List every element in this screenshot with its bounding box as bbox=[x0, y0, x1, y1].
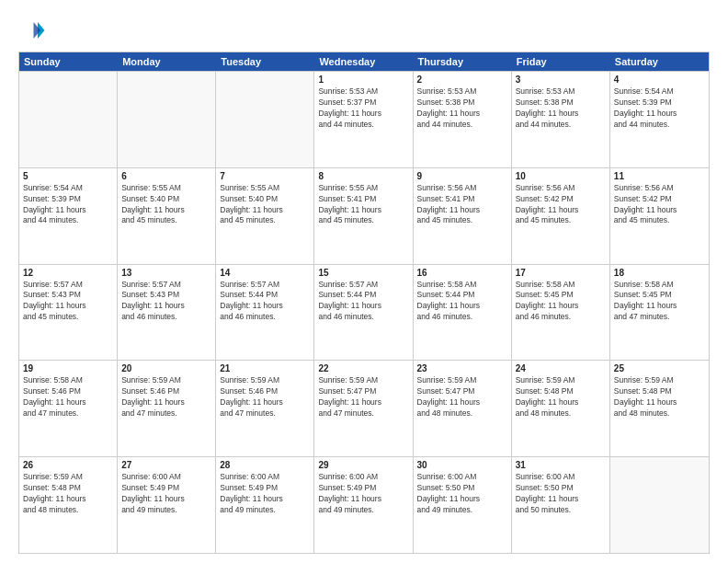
day-detail: Sunrise: 5:56 AM Sunset: 5:41 PM Dayligh… bbox=[417, 183, 507, 227]
week-row-5: 26Sunrise: 5:59 AM Sunset: 5:48 PM Dayli… bbox=[19, 456, 709, 553]
day-cell-10: 10Sunrise: 5:56 AM Sunset: 5:42 PM Dayli… bbox=[512, 168, 610, 264]
day-cell-28: 28Sunrise: 6:00 AM Sunset: 5:49 PM Dayli… bbox=[216, 457, 314, 553]
logo bbox=[18, 17, 50, 44]
day-detail: Sunrise: 6:00 AM Sunset: 5:49 PM Dayligh… bbox=[121, 472, 211, 516]
day-cell-15: 15Sunrise: 5:57 AM Sunset: 5:44 PM Dayli… bbox=[314, 265, 413, 361]
day-detail: Sunrise: 5:57 AM Sunset: 5:44 PM Dayligh… bbox=[318, 280, 408, 324]
day-number: 26 bbox=[23, 460, 113, 470]
day-number: 23 bbox=[417, 363, 507, 373]
day-number: 21 bbox=[220, 363, 310, 373]
day-cell-19: 19Sunrise: 5:58 AM Sunset: 5:46 PM Dayli… bbox=[19, 361, 118, 456]
week-row-4: 19Sunrise: 5:58 AM Sunset: 5:46 PM Dayli… bbox=[19, 360, 709, 456]
week-row-3: 12Sunrise: 5:57 AM Sunset: 5:43 PM Dayli… bbox=[19, 264, 709, 361]
day-cell-5: 5Sunrise: 5:54 AM Sunset: 5:39 PM Daylig… bbox=[19, 168, 118, 264]
day-detail: Sunrise: 5:57 AM Sunset: 5:44 PM Dayligh… bbox=[220, 280, 310, 324]
header bbox=[18, 17, 710, 44]
day-detail: Sunrise: 5:57 AM Sunset: 5:43 PM Dayligh… bbox=[121, 280, 211, 324]
day-cell-31: 31Sunrise: 6:00 AM Sunset: 5:50 PM Dayli… bbox=[512, 457, 610, 553]
day-cell-3: 3Sunrise: 5:53 AM Sunset: 5:38 PM Daylig… bbox=[512, 72, 610, 167]
day-number: 17 bbox=[516, 268, 606, 278]
day-detail: Sunrise: 5:59 AM Sunset: 5:48 PM Dayligh… bbox=[614, 375, 705, 419]
day-detail: Sunrise: 5:59 AM Sunset: 5:48 PM Dayligh… bbox=[23, 472, 113, 516]
day-detail: Sunrise: 5:59 AM Sunset: 5:46 PM Dayligh… bbox=[220, 375, 310, 419]
day-number: 25 bbox=[614, 363, 705, 373]
header-day-sunday: Sunday bbox=[19, 52, 118, 71]
empty-cell bbox=[216, 72, 314, 167]
day-detail: Sunrise: 5:53 AM Sunset: 5:38 PM Dayligh… bbox=[516, 86, 606, 131]
day-detail: Sunrise: 5:59 AM Sunset: 5:46 PM Dayligh… bbox=[121, 375, 211, 419]
day-cell-6: 6Sunrise: 5:55 AM Sunset: 5:40 PM Daylig… bbox=[118, 168, 216, 264]
week-row-2: 5Sunrise: 5:54 AM Sunset: 5:39 PM Daylig… bbox=[19, 167, 709, 264]
calendar-header: SundayMondayTuesdayWednesdayThursdayFrid… bbox=[19, 52, 709, 71]
day-number: 2 bbox=[417, 75, 507, 85]
empty-cell bbox=[118, 72, 216, 167]
header-day-friday: Friday bbox=[512, 52, 610, 71]
header-day-thursday: Thursday bbox=[414, 52, 512, 71]
day-detail: Sunrise: 5:58 AM Sunset: 5:45 PM Dayligh… bbox=[614, 280, 705, 324]
day-cell-14: 14Sunrise: 5:57 AM Sunset: 5:44 PM Dayli… bbox=[216, 265, 314, 361]
day-detail: Sunrise: 5:58 AM Sunset: 5:46 PM Dayligh… bbox=[23, 375, 113, 419]
day-cell-20: 20Sunrise: 5:59 AM Sunset: 5:46 PM Dayli… bbox=[118, 361, 216, 456]
calendar-body: 1Sunrise: 5:53 AM Sunset: 5:37 PM Daylig… bbox=[19, 71, 709, 553]
day-number: 28 bbox=[220, 460, 310, 470]
day-number: 9 bbox=[417, 171, 507, 181]
day-cell-18: 18Sunrise: 5:58 AM Sunset: 5:45 PM Dayli… bbox=[610, 265, 709, 361]
day-cell-21: 21Sunrise: 5:59 AM Sunset: 5:46 PM Dayli… bbox=[216, 361, 314, 456]
day-number: 12 bbox=[23, 268, 113, 278]
day-cell-8: 8Sunrise: 5:55 AM Sunset: 5:41 PM Daylig… bbox=[314, 168, 413, 264]
page: SundayMondayTuesdayWednesdayThursdayFrid… bbox=[0, 0, 728, 563]
day-cell-16: 16Sunrise: 5:58 AM Sunset: 5:44 PM Dayli… bbox=[414, 265, 512, 361]
day-cell-26: 26Sunrise: 5:59 AM Sunset: 5:48 PM Dayli… bbox=[19, 457, 118, 553]
day-number: 10 bbox=[516, 171, 606, 181]
week-row-1: 1Sunrise: 5:53 AM Sunset: 5:37 PM Daylig… bbox=[19, 71, 709, 167]
day-cell-11: 11Sunrise: 5:56 AM Sunset: 5:42 PM Dayli… bbox=[610, 168, 709, 264]
header-day-tuesday: Tuesday bbox=[216, 52, 314, 71]
header-day-saturday: Saturday bbox=[610, 52, 709, 71]
day-detail: Sunrise: 5:53 AM Sunset: 5:38 PM Dayligh… bbox=[417, 86, 507, 131]
day-number: 14 bbox=[220, 268, 310, 278]
day-number: 24 bbox=[516, 363, 606, 373]
day-cell-7: 7Sunrise: 5:55 AM Sunset: 5:40 PM Daylig… bbox=[216, 168, 314, 264]
day-number: 16 bbox=[417, 268, 507, 278]
day-detail: Sunrise: 5:55 AM Sunset: 5:40 PM Dayligh… bbox=[121, 183, 211, 227]
day-cell-13: 13Sunrise: 5:57 AM Sunset: 5:43 PM Dayli… bbox=[118, 265, 216, 361]
day-number: 18 bbox=[614, 268, 705, 278]
day-number: 22 bbox=[318, 363, 408, 373]
day-detail: Sunrise: 5:58 AM Sunset: 5:45 PM Dayligh… bbox=[516, 280, 606, 324]
header-day-monday: Monday bbox=[118, 52, 216, 71]
day-number: 31 bbox=[516, 460, 606, 470]
day-cell-2: 2Sunrise: 5:53 AM Sunset: 5:38 PM Daylig… bbox=[414, 72, 512, 167]
day-cell-9: 9Sunrise: 5:56 AM Sunset: 5:41 PM Daylig… bbox=[414, 168, 512, 264]
day-number: 20 bbox=[121, 363, 211, 373]
day-detail: Sunrise: 5:59 AM Sunset: 5:47 PM Dayligh… bbox=[417, 375, 507, 419]
day-detail: Sunrise: 6:00 AM Sunset: 5:49 PM Dayligh… bbox=[318, 472, 408, 516]
day-detail: Sunrise: 5:54 AM Sunset: 5:39 PM Dayligh… bbox=[614, 86, 705, 131]
day-detail: Sunrise: 5:59 AM Sunset: 5:47 PM Dayligh… bbox=[318, 375, 408, 419]
day-detail: Sunrise: 5:55 AM Sunset: 5:41 PM Dayligh… bbox=[318, 183, 408, 227]
day-detail: Sunrise: 6:00 AM Sunset: 5:50 PM Dayligh… bbox=[417, 472, 507, 516]
day-detail: Sunrise: 5:55 AM Sunset: 5:40 PM Dayligh… bbox=[220, 183, 310, 227]
day-cell-23: 23Sunrise: 5:59 AM Sunset: 5:47 PM Dayli… bbox=[414, 361, 512, 456]
day-cell-30: 30Sunrise: 6:00 AM Sunset: 5:50 PM Dayli… bbox=[414, 457, 512, 553]
header-day-wednesday: Wednesday bbox=[314, 52, 413, 71]
day-number: 27 bbox=[121, 460, 211, 470]
day-cell-22: 22Sunrise: 5:59 AM Sunset: 5:47 PM Dayli… bbox=[314, 361, 413, 456]
day-detail: Sunrise: 5:58 AM Sunset: 5:44 PM Dayligh… bbox=[417, 280, 507, 324]
day-cell-27: 27Sunrise: 6:00 AM Sunset: 5:49 PM Dayli… bbox=[118, 457, 216, 553]
day-detail: Sunrise: 6:00 AM Sunset: 5:50 PM Dayligh… bbox=[516, 472, 606, 516]
day-number: 3 bbox=[516, 75, 606, 85]
day-number: 29 bbox=[318, 460, 408, 470]
calendar: SundayMondayTuesdayWednesdayThursdayFrid… bbox=[18, 52, 710, 554]
empty-cell bbox=[610, 457, 709, 553]
day-number: 4 bbox=[614, 75, 705, 85]
day-number: 19 bbox=[23, 363, 113, 373]
day-number: 5 bbox=[23, 171, 113, 181]
logo-icon bbox=[18, 17, 46, 44]
empty-cell bbox=[19, 72, 118, 167]
day-detail: Sunrise: 5:54 AM Sunset: 5:39 PM Dayligh… bbox=[23, 183, 113, 227]
day-number: 11 bbox=[614, 171, 705, 181]
day-number: 30 bbox=[417, 460, 507, 470]
day-cell-24: 24Sunrise: 5:59 AM Sunset: 5:48 PM Dayli… bbox=[512, 361, 610, 456]
day-detail: Sunrise: 5:56 AM Sunset: 5:42 PM Dayligh… bbox=[614, 183, 705, 227]
day-number: 1 bbox=[318, 75, 408, 85]
